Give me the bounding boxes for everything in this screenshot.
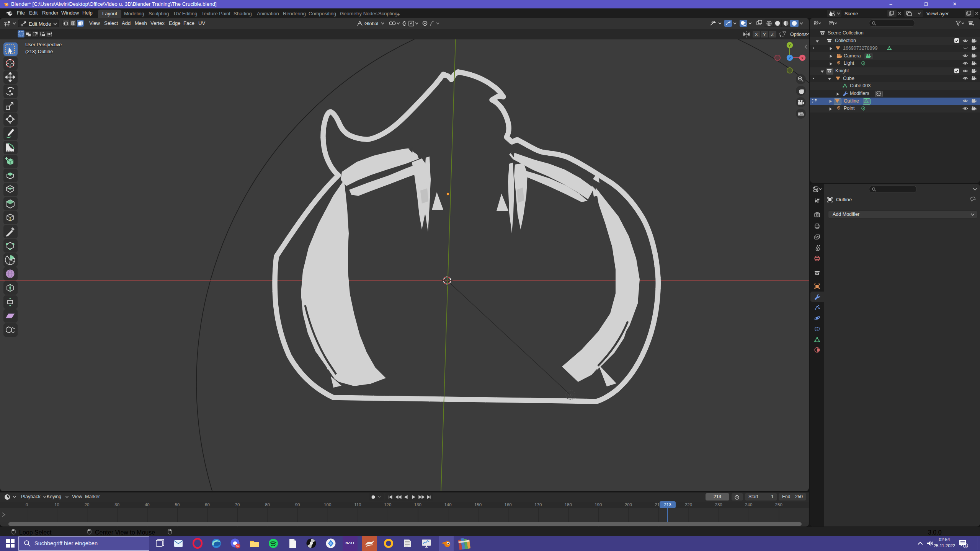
- svg-text:Y: Y: [789, 43, 791, 47]
- svg-text:4: 4: [965, 544, 967, 548]
- svg-text:Scene: Scene: [844, 11, 858, 16]
- svg-text:Z: Z: [771, 32, 774, 37]
- svg-text:X: X: [755, 32, 758, 37]
- svg-text:9+: 9+: [236, 544, 239, 548]
- svg-text:Z: Z: [789, 56, 791, 60]
- svg-text:Global: Global: [364, 21, 378, 26]
- svg-text:X: X: [801, 56, 804, 60]
- svg-text:Y: Y: [763, 32, 766, 37]
- svg-text:Options: Options: [790, 32, 807, 37]
- svg-text:ViewLayer: ViewLayer: [926, 11, 949, 16]
